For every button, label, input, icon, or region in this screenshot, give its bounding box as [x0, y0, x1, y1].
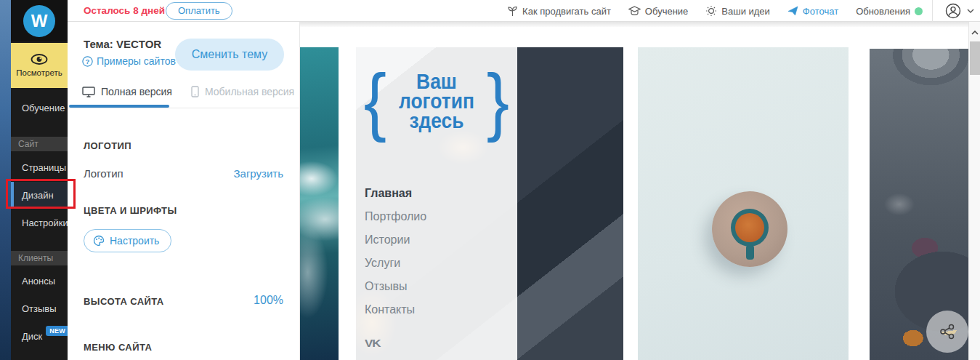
graduation-cap-icon — [628, 6, 641, 16]
site-navigation-menu: Главная Портфолио Истории Услуги Отзывы … — [365, 187, 426, 316]
site-header-overlay: { Ваш логотип здесь } Главная Портфолио … — [356, 47, 517, 360]
lightbulb-icon — [705, 5, 717, 17]
account-menu-button[interactable] — [939, 0, 980, 22]
sidebar-item-reviews-label: Отзывы — [22, 303, 57, 314]
logo-line-1: Ваш — [416, 71, 457, 91]
trial-days-left-text: Осталось 8 дней — [84, 0, 165, 22]
customize-colors-button-label: Настроить — [110, 235, 159, 247]
new-badge: NEW — [46, 326, 69, 336]
share-button[interactable] — [926, 311, 968, 353]
question-circle-icon: ? — [82, 56, 93, 67]
sidebar-item-preview[interactable]: Посмотреть — [11, 43, 68, 88]
logo-upload-link[interactable]: Загрузить — [234, 167, 284, 180]
top-nav: Как продвигать сайт Обучение Ваши идеи — [507, 0, 923, 22]
logo-line-3: здесь — [409, 111, 463, 130]
eye-icon — [31, 54, 48, 65]
desktop-monitor-icon — [82, 87, 95, 97]
share-nodes-icon — [939, 323, 956, 340]
scrollbar-up-arrow[interactable] — [969, 26, 980, 39]
logo-brace-left: { — [364, 67, 386, 134]
tab-full-version[interactable]: Полная версия — [82, 86, 172, 97]
sidebar-item-pages[interactable]: Страницы — [11, 155, 68, 180]
user-avatar-icon — [945, 3, 961, 19]
site-height-value[interactable]: 100% — [254, 294, 283, 307]
nav-updates[interactable]: Обновления — [856, 6, 923, 17]
nav-updates-label: Обновления — [856, 6, 910, 17]
topbar-divider — [932, 0, 933, 22]
svg-text:?: ? — [86, 57, 90, 65]
sidebar-item-announcements[interactable]: Анонсы — [11, 268, 68, 293]
chevron-up-icon — [971, 31, 979, 35]
preview-top-shadow — [300, 22, 968, 27]
logo-section-title: ЛОГОТИП — [84, 140, 131, 151]
logo-placeholder-text: Ваш логотип здесь — [399, 71, 474, 130]
sidebar-section-clients-label: Клиенты — [18, 253, 53, 263]
site-menu-item-services[interactable]: Услуги — [365, 257, 426, 270]
sidebar-item-preview-label: Посмотреть — [16, 68, 62, 77]
site-menu-item-contacts[interactable]: Контакты — [365, 303, 426, 316]
nav-education[interactable]: Обучение — [628, 6, 688, 17]
site-examples-link-label: Примеры сайтов — [97, 55, 176, 67]
change-theme-button[interactable]: Сменить тему — [175, 39, 284, 71]
top-bar: Осталось 8 дней Оплатить Как продвигать … — [68, 0, 980, 22]
paper-plane-icon — [787, 6, 798, 16]
panel-divider — [68, 108, 300, 108]
nav-promote-site-label: Как продвигать сайт — [522, 6, 611, 17]
scrollbar-thumb[interactable] — [970, 41, 980, 75]
main-sidebar: W Посмотреть Обучение Сайт Страницы Диза… — [11, 0, 68, 360]
nav-photochat[interactable]: Фоточат — [787, 6, 838, 17]
customize-colors-button[interactable]: Настроить — [84, 229, 171, 252]
sidebar-item-disk-label: Диск — [22, 331, 42, 342]
site-examples-link[interactable]: ? Примеры сайтов — [82, 55, 176, 67]
desktop-wallpaper-strip — [0, 0, 11, 360]
app-window: W Посмотреть Обучение Сайт Страницы Диза… — [0, 0, 980, 360]
sidebar-item-pages-label: Страницы — [22, 162, 66, 173]
coffee-saucer — [712, 191, 787, 267]
site-preview-canvas: { Ваш логотип здесь } Главная Портфолио … — [300, 22, 968, 360]
site-height-section-title: ВЫСОТА САЙТА — [84, 296, 164, 307]
tab-mobile-version[interactable]: Мобильная версия — [191, 86, 294, 97]
sidebar-item-disk[interactable]: Диск NEW — [11, 324, 68, 348]
site-menu-item-reviews[interactable]: Отзывы — [365, 280, 426, 293]
colors-fonts-section-title: ЦВЕТА И ШРИФТЫ — [84, 205, 177, 216]
sidebar-item-settings-label: Настройки — [22, 217, 68, 228]
app-logo[interactable]: W — [11, 0, 68, 41]
pay-button[interactable]: Оплатить — [166, 2, 232, 20]
sidebar-item-learning[interactable]: Обучение — [11, 95, 68, 120]
green-status-dot — [915, 7, 923, 15]
tab-full-version-label: Полная версия — [101, 86, 172, 97]
site-menu-item-portfolio[interactable]: Портфолио — [365, 210, 426, 223]
vk-social-icon[interactable]: VK — [365, 338, 381, 351]
site-logo-placeholder[interactable]: { Ваш логотип здесь } — [356, 67, 517, 134]
site-menu-section-title: МЕНЮ САЙТА — [84, 342, 152, 353]
tab-mobile-version-label: Мобильная версия — [205, 86, 294, 97]
nav-photochat-label: Фоточат — [803, 6, 838, 17]
sidebar-section-site: Сайт — [11, 137, 68, 151]
sidebar-item-design[interactable]: Дизайн — [11, 182, 68, 208]
nav-education-label: Обучение — [645, 6, 688, 17]
sidebar-item-reviews[interactable]: Отзывы — [11, 296, 68, 321]
nav-promote-site[interactable]: Как продвигать сайт — [507, 6, 611, 17]
site-menu-item-home[interactable]: Главная — [365, 187, 426, 200]
logo-line-2: логотип — [399, 91, 474, 111]
nav-your-ideas-label: Ваши идеи — [721, 6, 770, 17]
design-panel: Тема: VECTOR ? Примеры сайтов Сменить те… — [68, 22, 300, 360]
coffee-photo-block[interactable] — [638, 47, 849, 360]
nav-your-ideas[interactable]: Ваши идеи — [705, 5, 770, 17]
sidebar-item-design-label: Дизайн — [22, 190, 54, 201]
sidebar-section-clients: Клиенты — [11, 251, 68, 265]
sidebar-section-site-label: Сайт — [18, 139, 39, 149]
logo-brace-right: } — [487, 67, 509, 134]
sidebar-item-settings[interactable]: Настройки — [11, 210, 68, 235]
theme-title: Тема: VECTOR — [84, 38, 161, 50]
app-logo-letter: W — [23, 5, 55, 37]
sidebar-item-announcements-label: Анонсы — [22, 276, 55, 287]
ocean-photo-block[interactable] — [300, 47, 339, 360]
coffee-cup — [731, 209, 769, 247]
vertical-scrollbar[interactable] — [968, 22, 980, 360]
mobile-phone-icon — [191, 86, 199, 97]
sprout-icon — [507, 6, 518, 17]
site-menu-item-stories[interactable]: Истории — [365, 233, 426, 247]
logo-row-label: Логотип — [84, 167, 123, 180]
sidebar-item-learning-label: Обучение — [22, 103, 65, 113]
